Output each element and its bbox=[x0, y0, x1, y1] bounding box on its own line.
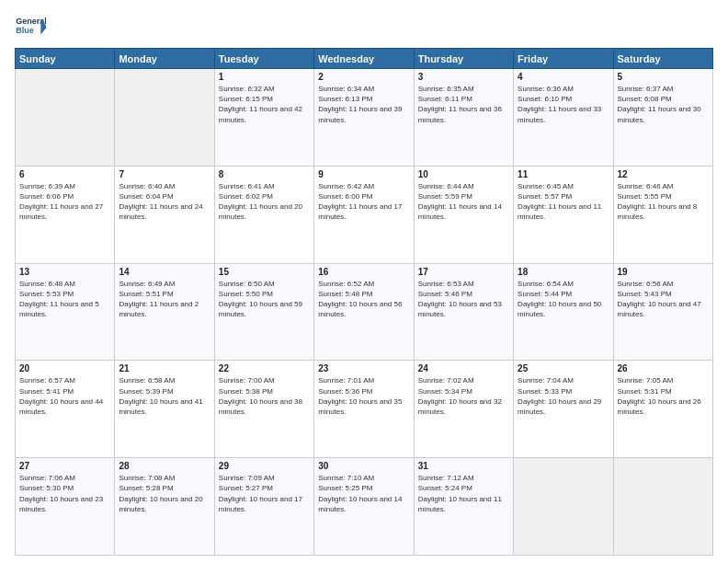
calendar-cell: 19Sunrise: 6:56 AM Sunset: 5:43 PM Dayli… bbox=[613, 263, 712, 361]
calendar-cell: 15Sunrise: 6:50 AM Sunset: 5:50 PM Dayli… bbox=[214, 263, 313, 361]
day-number: 30 bbox=[318, 461, 409, 471]
day-number: 19 bbox=[618, 267, 709, 277]
svg-text:Blue: Blue bbox=[16, 26, 34, 35]
calendar-cell bbox=[613, 458, 712, 556]
calendar-cell: 26Sunrise: 7:05 AM Sunset: 5:31 PM Dayli… bbox=[613, 361, 712, 458]
day-number: 22 bbox=[219, 363, 310, 373]
day-info: Sunrise: 6:58 AM Sunset: 5:39 PM Dayligh… bbox=[119, 375, 210, 417]
day-number: 2 bbox=[318, 72, 409, 82]
day-info: Sunrise: 6:37 AM Sunset: 6:08 PM Dayligh… bbox=[618, 84, 709, 125]
calendar-cell: 12Sunrise: 6:46 AM Sunset: 5:55 PM Dayli… bbox=[613, 166, 712, 263]
day-number: 31 bbox=[418, 461, 509, 471]
calendar-weekday-friday: Friday bbox=[514, 49, 613, 69]
calendar-cell: 9Sunrise: 6:42 AM Sunset: 6:00 PM Daylig… bbox=[314, 166, 414, 263]
day-number: 14 bbox=[119, 267, 210, 277]
day-info: Sunrise: 7:04 AM Sunset: 5:33 PM Dayligh… bbox=[518, 375, 609, 417]
day-number: 3 bbox=[418, 72, 509, 82]
calendar-cell: 14Sunrise: 6:49 AM Sunset: 5:51 PM Dayli… bbox=[115, 263, 214, 361]
day-info: Sunrise: 6:42 AM Sunset: 6:00 PM Dayligh… bbox=[318, 181, 409, 223]
calendar-cell: 11Sunrise: 6:45 AM Sunset: 5:57 PM Dayli… bbox=[514, 166, 613, 263]
calendar-cell: 7Sunrise: 6:40 AM Sunset: 6:04 PM Daylig… bbox=[115, 166, 214, 263]
day-number: 5 bbox=[618, 72, 709, 82]
calendar-cell bbox=[16, 69, 115, 167]
calendar-week-row-1: 1Sunrise: 6:32 AM Sunset: 6:15 PM Daylig… bbox=[16, 69, 713, 167]
day-info: Sunrise: 7:06 AM Sunset: 5:30 PM Dayligh… bbox=[19, 473, 110, 514]
day-number: 24 bbox=[418, 363, 509, 373]
calendar-cell: 28Sunrise: 7:08 AM Sunset: 5:28 PM Dayli… bbox=[115, 458, 214, 556]
day-info: Sunrise: 6:45 AM Sunset: 5:57 PM Dayligh… bbox=[518, 181, 609, 223]
calendar-weekday-wednesday: Wednesday bbox=[314, 49, 414, 69]
calendar-cell: 17Sunrise: 6:53 AM Sunset: 5:46 PM Dayli… bbox=[414, 263, 513, 361]
day-info: Sunrise: 7:10 AM Sunset: 5:25 PM Dayligh… bbox=[318, 473, 409, 514]
calendar-cell: 2Sunrise: 6:34 AM Sunset: 6:13 PM Daylig… bbox=[314, 69, 414, 167]
day-info: Sunrise: 6:50 AM Sunset: 5:50 PM Dayligh… bbox=[219, 279, 310, 320]
day-info: Sunrise: 6:40 AM Sunset: 6:04 PM Dayligh… bbox=[119, 181, 210, 223]
calendar-cell: 30Sunrise: 7:10 AM Sunset: 5:25 PM Dayli… bbox=[314, 458, 414, 556]
calendar-cell: 1Sunrise: 6:32 AM Sunset: 6:15 PM Daylig… bbox=[214, 69, 313, 167]
day-info: Sunrise: 6:56 AM Sunset: 5:43 PM Dayligh… bbox=[618, 279, 709, 320]
day-info: Sunrise: 6:49 AM Sunset: 5:51 PM Dayligh… bbox=[119, 279, 210, 320]
calendar-weekday-thursday: Thursday bbox=[414, 49, 513, 69]
day-info: Sunrise: 6:52 AM Sunset: 5:48 PM Dayligh… bbox=[318, 279, 409, 320]
day-number: 15 bbox=[219, 267, 310, 277]
day-info: Sunrise: 6:41 AM Sunset: 6:02 PM Dayligh… bbox=[219, 181, 310, 223]
day-number: 29 bbox=[219, 461, 310, 471]
calendar-cell: 3Sunrise: 6:35 AM Sunset: 6:11 PM Daylig… bbox=[414, 69, 513, 167]
calendar-cell: 6Sunrise: 6:39 AM Sunset: 6:06 PM Daylig… bbox=[16, 166, 115, 263]
day-info: Sunrise: 6:53 AM Sunset: 5:46 PM Dayligh… bbox=[418, 279, 509, 320]
logo-svg: General Blue bbox=[15, 11, 46, 42]
calendar-weekday-tuesday: Tuesday bbox=[214, 49, 313, 69]
day-info: Sunrise: 7:12 AM Sunset: 5:24 PM Dayligh… bbox=[418, 473, 509, 514]
day-number: 13 bbox=[19, 267, 110, 277]
day-info: Sunrise: 6:57 AM Sunset: 5:41 PM Dayligh… bbox=[19, 375, 110, 417]
calendar-weekday-saturday: Saturday bbox=[613, 49, 712, 69]
day-info: Sunrise: 6:36 AM Sunset: 6:10 PM Dayligh… bbox=[518, 84, 609, 125]
calendar-cell: 25Sunrise: 7:04 AM Sunset: 5:33 PM Dayli… bbox=[514, 361, 613, 458]
day-info: Sunrise: 6:34 AM Sunset: 6:13 PM Dayligh… bbox=[318, 84, 409, 125]
calendar-weekday-sunday: Sunday bbox=[16, 49, 115, 69]
day-number: 18 bbox=[518, 267, 609, 277]
day-info: Sunrise: 6:35 AM Sunset: 6:11 PM Dayligh… bbox=[418, 84, 509, 125]
day-number: 8 bbox=[219, 169, 310, 179]
day-info: Sunrise: 6:32 AM Sunset: 6:15 PM Dayligh… bbox=[219, 84, 310, 125]
calendar-weekday-monday: Monday bbox=[115, 49, 214, 69]
day-info: Sunrise: 6:44 AM Sunset: 5:59 PM Dayligh… bbox=[418, 181, 509, 223]
day-number: 7 bbox=[119, 169, 210, 179]
calendar-cell: 22Sunrise: 7:00 AM Sunset: 5:38 PM Dayli… bbox=[214, 361, 313, 458]
day-number: 20 bbox=[19, 363, 110, 373]
calendar-cell: 24Sunrise: 7:02 AM Sunset: 5:34 PM Dayli… bbox=[414, 361, 513, 458]
day-info: Sunrise: 6:48 AM Sunset: 5:53 PM Dayligh… bbox=[19, 279, 110, 320]
day-number: 1 bbox=[219, 72, 310, 82]
calendar-cell bbox=[514, 458, 613, 556]
calendar-week-row-2: 6Sunrise: 6:39 AM Sunset: 6:06 PM Daylig… bbox=[16, 166, 713, 263]
header: General Blue bbox=[15, 11, 713, 42]
calendar-week-row-5: 27Sunrise: 7:06 AM Sunset: 5:30 PM Dayli… bbox=[16, 458, 713, 556]
day-info: Sunrise: 6:39 AM Sunset: 6:06 PM Dayligh… bbox=[19, 181, 110, 223]
calendar-week-row-3: 13Sunrise: 6:48 AM Sunset: 5:53 PM Dayli… bbox=[16, 263, 713, 361]
day-number: 12 bbox=[618, 169, 709, 179]
calendar-week-row-4: 20Sunrise: 6:57 AM Sunset: 5:41 PM Dayli… bbox=[16, 361, 713, 458]
calendar-cell: 21Sunrise: 6:58 AM Sunset: 5:39 PM Dayli… bbox=[115, 361, 214, 458]
day-number: 23 bbox=[318, 363, 409, 373]
day-number: 10 bbox=[418, 169, 509, 179]
calendar-cell: 16Sunrise: 6:52 AM Sunset: 5:48 PM Dayli… bbox=[314, 263, 414, 361]
calendar-cell: 23Sunrise: 7:01 AM Sunset: 5:36 PM Dayli… bbox=[314, 361, 414, 458]
logo: General Blue bbox=[15, 11, 46, 42]
calendar-cell: 27Sunrise: 7:06 AM Sunset: 5:30 PM Dayli… bbox=[16, 458, 115, 556]
day-number: 6 bbox=[19, 169, 110, 179]
calendar-cell: 18Sunrise: 6:54 AM Sunset: 5:44 PM Dayli… bbox=[514, 263, 613, 361]
day-info: Sunrise: 7:02 AM Sunset: 5:34 PM Dayligh… bbox=[418, 375, 509, 417]
calendar-cell: 31Sunrise: 7:12 AM Sunset: 5:24 PM Dayli… bbox=[414, 458, 513, 556]
day-number: 28 bbox=[119, 461, 210, 471]
day-number: 16 bbox=[318, 267, 409, 277]
calendar-cell: 13Sunrise: 6:48 AM Sunset: 5:53 PM Dayli… bbox=[16, 263, 115, 361]
calendar-cell: 29Sunrise: 7:09 AM Sunset: 5:27 PM Dayli… bbox=[214, 458, 313, 556]
calendar-cell: 5Sunrise: 6:37 AM Sunset: 6:08 PM Daylig… bbox=[613, 69, 712, 167]
day-number: 17 bbox=[418, 267, 509, 277]
day-info: Sunrise: 7:01 AM Sunset: 5:36 PM Dayligh… bbox=[318, 375, 409, 417]
day-number: 27 bbox=[19, 461, 110, 471]
calendar-cell bbox=[115, 69, 214, 167]
day-number: 25 bbox=[518, 363, 609, 373]
page: General Blue SundayMondayTuesdayWednesda… bbox=[0, 0, 728, 563]
day-info: Sunrise: 7:08 AM Sunset: 5:28 PM Dayligh… bbox=[119, 473, 210, 514]
